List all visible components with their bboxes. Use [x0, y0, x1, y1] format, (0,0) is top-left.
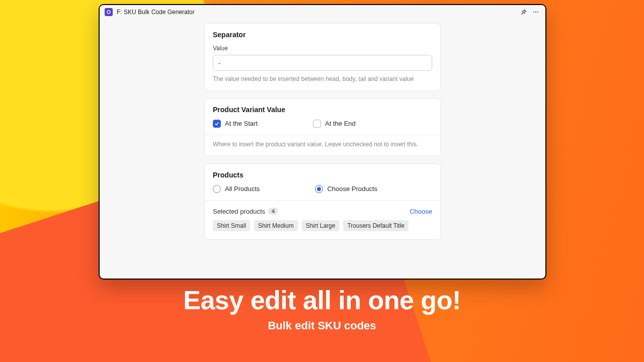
- radio-all-products-dot: [213, 185, 221, 193]
- selected-products-label: Selected products: [213, 208, 265, 215]
- more-icon[interactable]: [531, 8, 540, 17]
- content-area: Separator Value The value needed to be i…: [100, 19, 545, 279]
- window-title: F: SKU Bulk Code Generator: [117, 9, 195, 16]
- separator-card: Separator Value The value needed to be i…: [204, 23, 441, 91]
- svg-point-3: [537, 12, 538, 13]
- hero: Easy edit all in one go! Bulk edit SKU c…: [0, 287, 644, 332]
- svg-point-0: [107, 11, 110, 14]
- selected-count-badge: 4: [268, 208, 278, 215]
- checkbox-at-end[interactable]: At the End: [313, 120, 356, 128]
- product-tag[interactable]: Shirt Small: [213, 220, 250, 231]
- titlebar: F: SKU Bulk Code Generator: [100, 5, 545, 19]
- selected-tags: Shirt Small Shirt Medium Shirt Large Tro…: [213, 220, 432, 231]
- products-card: Products All Products Choose Products Se…: [204, 163, 441, 240]
- radio-all-products[interactable]: All Products: [213, 185, 260, 193]
- svg-point-1: [533, 12, 534, 13]
- radio-all-products-label: All Products: [225, 185, 260, 193]
- divider: [205, 200, 440, 201]
- product-tag[interactable]: Shirt Large: [302, 220, 340, 231]
- separator-help: The value needed to be inserted between …: [213, 75, 432, 83]
- divider: [205, 135, 440, 135]
- choose-link[interactable]: Choose: [410, 208, 432, 215]
- check-icon: [214, 121, 219, 126]
- app-window: F: SKU Bulk Code Generator Separator Val…: [99, 4, 546, 280]
- products-heading: Products: [213, 171, 432, 179]
- pin-icon[interactable]: [519, 8, 528, 17]
- radio-choose-products-label: Choose Products: [327, 185, 377, 193]
- variant-card: Product Variant Value At the Start At th…: [204, 98, 441, 156]
- checkbox-at-start[interactable]: At the Start: [213, 120, 258, 128]
- variant-help: Where to insert the product variant valu…: [213, 140, 432, 149]
- product-tag[interactable]: Shirt Medium: [254, 220, 298, 231]
- checkbox-at-start-label: At the Start: [225, 120, 258, 127]
- hero-headline: Easy edit all in one go!: [0, 287, 644, 314]
- checkbox-at-end-label: At the End: [325, 120, 356, 127]
- app-icon: [105, 8, 113, 16]
- checkbox-at-end-box: [313, 120, 321, 128]
- separator-input[interactable]: [213, 55, 432, 71]
- hero-subhead: Bulk edit SKU codes: [0, 319, 644, 332]
- svg-point-2: [535, 12, 536, 13]
- radio-choose-products-dot: [315, 185, 323, 193]
- radio-choose-products[interactable]: Choose Products: [315, 185, 377, 193]
- separator-heading: Separator: [213, 31, 432, 39]
- separator-field-label: Value: [213, 45, 432, 52]
- product-tag[interactable]: Trousers Default Title: [343, 220, 409, 231]
- checkbox-at-start-box: [213, 120, 221, 128]
- variant-heading: Product Variant Value: [213, 106, 432, 114]
